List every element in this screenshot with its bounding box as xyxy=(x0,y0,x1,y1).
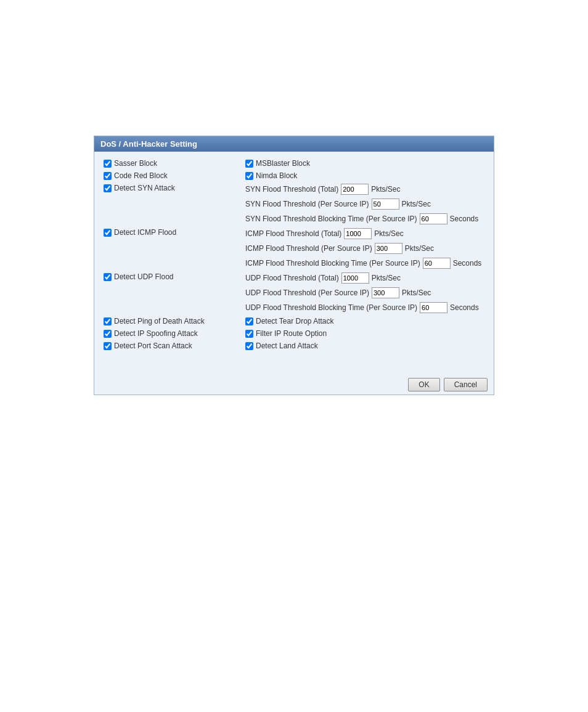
detect-tear-drop-label[interactable]: Detect Tear Drop Attack xyxy=(245,316,484,327)
detect-spoofing-text: Detect IP Spoofing Attack xyxy=(114,329,198,338)
udp-total-input[interactable] xyxy=(341,272,369,284)
icmp-total-label: ICMP Flood Threshold (Total) xyxy=(245,229,341,238)
udp-per-source-label: UDP Flood Threshold (Per Source IP) xyxy=(245,288,369,297)
panel-title: DoS / Anti-Hacker Setting xyxy=(94,136,494,152)
syn-per-source-unit: Pkts/Sec xyxy=(402,200,431,208)
syn-per-source-input[interactable] xyxy=(372,198,399,210)
detect-udp-text: Detect UDP Flood xyxy=(114,272,174,281)
cancel-button[interactable]: Cancel xyxy=(444,378,488,391)
detect-syn-checkbox[interactable] xyxy=(104,184,112,192)
detect-land-text: Detect Land Attack xyxy=(256,342,318,350)
icmp-block-time-unit: Seconds xyxy=(453,259,482,268)
sasser-block-checkbox[interactable] xyxy=(104,160,112,168)
udp-per-source-unit: Pkts/Sec xyxy=(402,288,431,297)
syn-per-source-row: SYN Flood Threshold (Per Source IP) Pkts… xyxy=(245,197,484,211)
filter-ip-route-text: Filter IP Route Option xyxy=(256,329,327,338)
detect-udp-label[interactable]: Detect UDP Flood xyxy=(104,271,245,282)
udp-block-time-unit: Seconds xyxy=(450,303,479,312)
sasser-block-text: Sasser Block xyxy=(114,159,157,168)
detect-land-checkbox[interactable] xyxy=(245,342,253,350)
udp-total-label: UDP Flood Threshold (Total) xyxy=(245,274,339,282)
icmp-per-source-row: ICMP Flood Threshold (Per Source IP) Pkt… xyxy=(245,242,484,255)
detect-icmp-label[interactable]: Detect ICMP Flood xyxy=(104,227,245,238)
icmp-per-source-input[interactable] xyxy=(375,243,402,254)
detect-spoofing-checkbox[interactable] xyxy=(104,330,112,338)
detect-port-scan-checkbox[interactable] xyxy=(104,342,112,350)
icmp-per-source-label: ICMP Flood Threshold (Per Source IP) xyxy=(245,244,372,253)
code-red-block-checkbox[interactable] xyxy=(104,172,112,180)
icmp-block-time-row: ICMP Flood Threshold Blocking Time (Per … xyxy=(245,256,484,270)
udp-per-source-row: UDP Flood Threshold (Per Source IP) Pkts… xyxy=(245,286,484,300)
detect-tear-drop-checkbox[interactable] xyxy=(245,317,253,325)
ok-button[interactable]: OK xyxy=(408,378,439,391)
msblaster-block-label[interactable]: MSBlaster Block xyxy=(245,158,484,169)
syn-per-source-label: SYN Flood Threshold (Per Source IP) xyxy=(245,200,369,208)
msblaster-block-checkbox[interactable] xyxy=(245,160,253,168)
detect-tear-drop-text: Detect Tear Drop Attack xyxy=(256,317,334,325)
udp-total-unit: Pkts/Sec xyxy=(372,274,401,282)
udp-total-row: UDP Flood Threshold (Total) Pkts/Sec xyxy=(245,271,484,285)
detect-icmp-checkbox[interactable] xyxy=(104,229,112,237)
syn-total-label: SYN Flood Threshold (Total) xyxy=(245,185,338,194)
filter-ip-route-checkbox[interactable] xyxy=(245,330,253,338)
nimda-block-checkbox[interactable] xyxy=(245,172,253,180)
nimda-block-label[interactable]: Nimda Block xyxy=(245,170,484,181)
dos-antihacker-panel: DoS / Anti-Hacker Setting Sasser Block M… xyxy=(94,136,494,395)
detect-syn-label[interactable]: Detect SYN Attack xyxy=(104,182,245,194)
code-red-block-label[interactable]: Code Red Block xyxy=(104,170,245,181)
sasser-block-label[interactable]: Sasser Block xyxy=(104,158,245,169)
syn-total-row: SYN Flood Threshold (Total) Pkts/Sec xyxy=(245,182,484,196)
udp-block-time-label: UDP Flood Threshold Blocking Time (Per S… xyxy=(245,303,417,312)
syn-block-time-input[interactable] xyxy=(420,213,447,224)
detect-ping-text: Detect Ping of Death Attack xyxy=(114,317,205,325)
detect-spoofing-label[interactable]: Detect IP Spoofing Attack xyxy=(104,328,245,339)
code-red-block-text: Code Red Block xyxy=(114,171,168,180)
syn-block-time-label: SYN Flood Threshold Blocking Time (Per S… xyxy=(245,215,417,223)
panel-title-text: DoS / Anti-Hacker Setting xyxy=(100,139,197,149)
detect-ping-label[interactable]: Detect Ping of Death Attack xyxy=(104,316,245,327)
detect-icmp-text: Detect ICMP Flood xyxy=(114,228,176,237)
detect-syn-text: Detect SYN Attack xyxy=(114,184,175,192)
syn-total-input[interactable] xyxy=(341,184,369,195)
detect-port-scan-label[interactable]: Detect Port Scan Attack xyxy=(104,340,245,351)
icmp-block-time-input[interactable] xyxy=(423,258,451,269)
syn-total-unit: Pkts/Sec xyxy=(371,185,400,194)
syn-block-time-unit: Seconds xyxy=(450,215,479,223)
syn-block-time-row: SYN Flood Threshold Blocking Time (Per S… xyxy=(245,212,484,226)
icmp-total-unit: Pkts/Sec xyxy=(374,229,403,238)
icmp-total-input[interactable] xyxy=(344,228,372,239)
filter-ip-route-label[interactable]: Filter IP Route Option xyxy=(245,328,484,339)
button-row: OK Cancel xyxy=(94,373,494,395)
nimda-block-text: Nimda Block xyxy=(256,171,297,180)
icmp-per-source-unit: Pkts/Sec xyxy=(405,244,434,253)
msblaster-block-text: MSBlaster Block xyxy=(256,159,310,168)
icmp-total-row: ICMP Flood Threshold (Total) Pkts/Sec xyxy=(245,227,484,240)
udp-block-time-row: UDP Flood Threshold Blocking Time (Per S… xyxy=(245,301,484,314)
udp-per-source-input[interactable] xyxy=(372,287,399,298)
detect-land-label[interactable]: Detect Land Attack xyxy=(245,340,484,351)
udp-block-time-input[interactable] xyxy=(420,302,447,313)
detect-port-scan-text: Detect Port Scan Attack xyxy=(114,342,192,350)
detect-udp-checkbox[interactable] xyxy=(104,273,112,281)
detect-ping-checkbox[interactable] xyxy=(104,317,112,325)
icmp-block-time-label: ICMP Flood Threshold Blocking Time (Per … xyxy=(245,259,420,268)
